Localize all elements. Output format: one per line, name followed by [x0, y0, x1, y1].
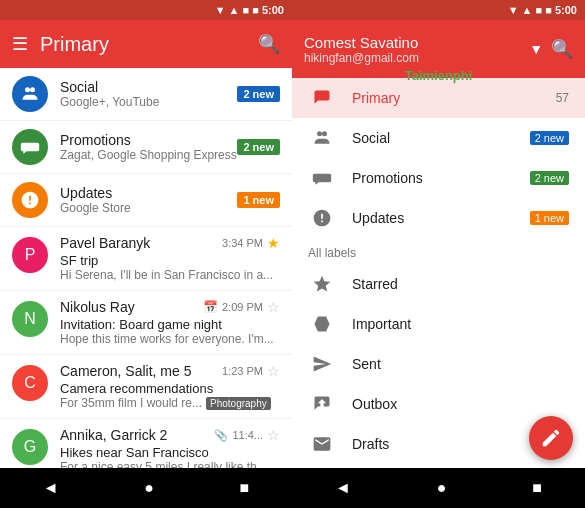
social-info: Social Google+, YouTube: [60, 79, 237, 109]
email-subject-cameron: Camera recommendations: [60, 381, 280, 396]
promotions-info: Promotions Zagat, Google Shopping Expres…: [60, 132, 237, 162]
updates-count: 1 new: [530, 211, 569, 225]
social-menu-icon: [308, 128, 336, 148]
avatar-nikolus: N: [12, 301, 48, 337]
email-sender-annika: Annika, Garrick 2: [60, 427, 167, 443]
social-badge: 2 new: [237, 86, 280, 102]
right-toolbar-icons: ▼ 🔍: [529, 38, 573, 60]
nav-item-sent[interactable]: Sent: [292, 344, 585, 384]
email-preview-annika: For a nice easy 5 miles I really like th…: [60, 460, 280, 468]
left-nav-bar: ◄ ● ■: [0, 468, 292, 508]
email-content-pavel: Pavel Baranyk 3:34 PM ★ SF trip Hi Seren…: [60, 235, 280, 282]
back-button-left[interactable]: ◄: [43, 479, 59, 497]
social-count: 2 new: [530, 131, 569, 145]
email-header-annika: Annika, Garrick 2 📎 11:4... ☆: [60, 427, 280, 443]
outbox-menu-icon: [308, 394, 336, 414]
category-social[interactable]: Social Google+, YouTube 2 new: [0, 68, 292, 121]
category-updates[interactable]: Updates Google Store 1 new: [0, 174, 292, 227]
email-content-cameron: Cameron, Salit, me 5 1:23 PM ☆ Camera re…: [60, 363, 280, 410]
updates-sub: Google Store: [60, 201, 237, 215]
account-email: hikingfan@gmail.com: [304, 51, 529, 65]
nav-label-primary: Primary: [352, 90, 556, 106]
drafts-menu-icon: [308, 434, 336, 454]
paperclip-icon: 📎: [214, 429, 228, 442]
left-status-icons: ▼ ▲ ■ ■ 5:00: [215, 4, 284, 16]
nav-item-updates[interactable]: Updates 1 new: [292, 198, 585, 238]
email-time-nikolus: 📅 2:09 PM ☆: [203, 299, 280, 315]
nav-item-promotions[interactable]: Promotions 2 new: [292, 158, 585, 198]
search-icon[interactable]: 🔍: [258, 33, 280, 55]
svg-point-0: [25, 87, 30, 92]
right-nav-bar: ◄ ● ■: [292, 468, 585, 508]
updates-info: Updates Google Store: [60, 185, 237, 215]
nav-label-promotions: Promotions: [352, 170, 530, 186]
email-preview-pavel: Hi Serena, I'll be in San Francisco in a…: [60, 268, 280, 282]
email-item-cameron[interactable]: C Cameron, Salit, me 5 1:23 PM ☆ Camera …: [0, 355, 292, 419]
dropdown-icon[interactable]: ▼: [529, 41, 543, 57]
email-content-annika: Annika, Garrick 2 📎 11:4... ☆ Hikes near…: [60, 427, 280, 468]
star-outline-nikolus[interactable]: ☆: [267, 299, 280, 315]
email-time-annika: 📎 11:4... ☆: [214, 427, 280, 443]
promotions-sub: Zagat, Google Shopping Express: [60, 148, 237, 162]
email-subject-annika: Hikes near San Francisco: [60, 445, 280, 460]
right-status-bar: ▼ ▲ ■ ■ 5:00: [292, 0, 585, 20]
promotions-icon: [12, 129, 48, 165]
nav-item-starred[interactable]: Starred: [292, 264, 585, 304]
updates-name: Updates: [60, 185, 237, 201]
email-item-annika[interactable]: G Annika, Garrick 2 📎 11:4... ☆ Hikes ne…: [0, 419, 292, 468]
star-outline-cameron[interactable]: ☆: [267, 363, 280, 379]
nav-item-important[interactable]: Important: [292, 304, 585, 344]
all-labels-header: All labels: [292, 238, 585, 264]
email-content-nikolus: Nikolus Ray 📅 2:09 PM ☆ Invitation: Boar…: [60, 299, 280, 346]
right-status-icons: ▼ ▲ ■ ■ 5:00: [508, 4, 577, 16]
email-sender-pavel: Pavel Baranyk: [60, 235, 150, 251]
nav-label-important: Important: [352, 316, 569, 332]
promotions-name: Promotions: [60, 132, 237, 148]
left-status-bar: ▼ ▲ ■ ■ 5:00: [0, 0, 292, 20]
recent-button-left[interactable]: ■: [240, 479, 250, 497]
nav-item-primary[interactable]: Primary 57: [292, 78, 585, 118]
nav-label-social: Social: [352, 130, 530, 146]
svg-point-2: [317, 131, 322, 136]
email-list: Social Google+, YouTube 2 new Promotions…: [0, 68, 292, 468]
home-button-left[interactable]: ●: [144, 479, 154, 497]
right-toolbar: Comest Savatino hikingfan@gmail.com ▼ 🔍: [292, 20, 585, 78]
nav-item-social[interactable]: Social 2 new: [292, 118, 585, 158]
inbox-icon: [308, 88, 336, 108]
hamburger-icon[interactable]: ☰: [12, 33, 28, 55]
left-panel: ▼ ▲ ■ ■ 5:00 ☰ Primary 🔍 Social Google+,…: [0, 0, 292, 508]
star-icon-pavel[interactable]: ★: [267, 235, 280, 251]
left-toolbar: ☰ Primary 🔍: [0, 20, 292, 68]
email-preview-nikolus: Hope this time works for everyone. I'm..…: [60, 332, 280, 346]
left-toolbar-left: ☰ Primary: [12, 33, 109, 56]
account-name: Comest Savatino: [304, 34, 529, 51]
email-sender-cameron: Cameron, Salit, me 5: [60, 363, 192, 379]
social-icon: [12, 76, 48, 112]
svg-point-1: [30, 87, 35, 92]
recent-button-right[interactable]: ■: [532, 479, 542, 497]
compose-fab[interactable]: [529, 416, 573, 460]
promotions-count: 2 new: [530, 171, 569, 185]
email-item-pavel[interactable]: P Pavel Baranyk 3:34 PM ★ SF trip Hi Ser…: [0, 227, 292, 291]
email-preview-cameron: For 35mm film I would re... Photography: [60, 396, 280, 410]
nav-label-sent: Sent: [352, 356, 569, 372]
important-menu-icon: [308, 314, 336, 334]
nav-label-updates: Updates: [352, 210, 530, 226]
back-button-right[interactable]: ◄: [335, 479, 351, 497]
email-item-nikolus[interactable]: N Nikolus Ray 📅 2:09 PM ☆ Invitation: Bo…: [0, 291, 292, 355]
nav-label-starred: Starred: [352, 276, 569, 292]
star-menu-icon: [308, 274, 336, 294]
search-icon-right[interactable]: 🔍: [551, 38, 573, 60]
sent-menu-icon: [308, 354, 336, 374]
email-header-pavel: Pavel Baranyk 3:34 PM ★: [60, 235, 280, 251]
avatar-cameron: C: [12, 365, 48, 401]
home-button-right[interactable]: ●: [437, 479, 447, 497]
email-header-nikolus: Nikolus Ray 📅 2:09 PM ☆: [60, 299, 280, 315]
star-outline-annika[interactable]: ☆: [267, 427, 280, 443]
email-subject-pavel: SF trip: [60, 253, 280, 268]
nav-menu: Primary 57 Social 2 new Promotions 2 new…: [292, 78, 585, 468]
social-name: Social: [60, 79, 237, 95]
category-promotions[interactable]: Promotions Zagat, Google Shopping Expres…: [0, 121, 292, 174]
email-subject-nikolus: Invitation: Board game night: [60, 317, 280, 332]
left-title: Primary: [40, 33, 109, 56]
